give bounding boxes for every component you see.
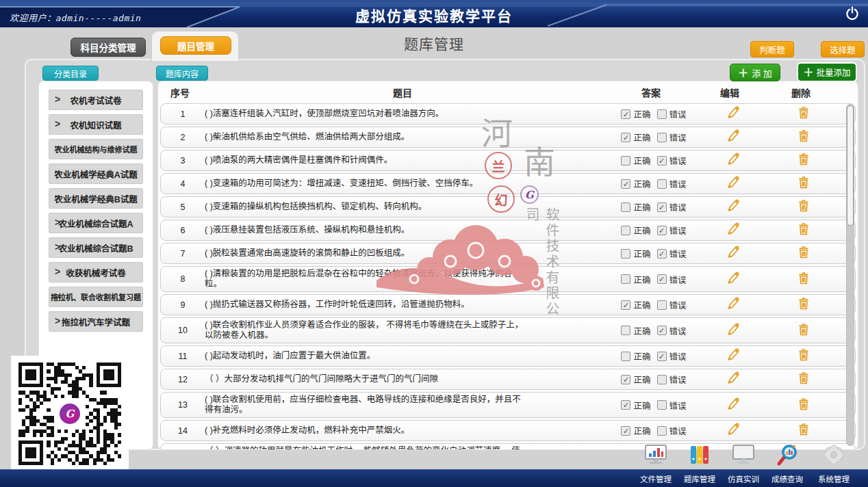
delete-trash-icon[interactable] xyxy=(797,176,810,189)
score-query-icon xyxy=(776,445,798,466)
correct-checkbox[interactable]: ✓ xyxy=(621,400,630,410)
delete-trash-icon[interactable] xyxy=(797,106,810,119)
edit-pencil-icon[interactable] xyxy=(726,246,739,259)
tab-subject-category-manage[interactable]: 科目分类管理 xyxy=(71,38,146,57)
sidebar-item[interactable]: >收获机械考试卷 xyxy=(49,262,143,282)
correct-checkbox[interactable] xyxy=(621,326,630,335)
sidebar-item[interactable]: >农业机械学经典B试题 xyxy=(49,188,143,209)
wrong-checkbox[interactable] xyxy=(657,109,667,119)
sidebar-item[interactable]: >农业机械学经典A试题 xyxy=(49,163,143,184)
correct-checkbox[interactable] xyxy=(621,202,630,212)
delete-trash-icon[interactable] xyxy=(797,348,810,361)
sidebar-item[interactable]: >农业机械结构与维修试题 xyxy=(49,139,143,159)
delete-trash-icon[interactable] xyxy=(797,272,810,285)
edit-pencil-icon[interactable] xyxy=(726,371,739,384)
sidebar-item-label: 收获机械考试卷 xyxy=(66,266,126,279)
row-edit-cell xyxy=(702,371,763,387)
wrong-checkbox[interactable]: ✓ xyxy=(657,202,667,212)
wrong-option: 错误 xyxy=(657,399,687,412)
edit-pencil-icon[interactable] xyxy=(726,199,739,212)
delete-trash-icon[interactable] xyxy=(797,423,810,436)
edit-pencil-icon[interactable] xyxy=(726,323,739,336)
sidebar-item[interactable]: >农业机械综合试题B xyxy=(49,237,143,258)
batch-add-button[interactable]: ＋ 批量添加 xyxy=(797,62,857,82)
edit-pencil-icon[interactable] xyxy=(726,106,739,119)
correct-checkbox[interactable]: ✓ xyxy=(621,375,630,384)
wrong-checkbox[interactable]: ✓ xyxy=(657,352,667,361)
sidebar-item[interactable]: >拖拉机、联合收割机复习题 xyxy=(49,287,143,307)
nav-question-bank-manage[interactable]: 题库管理 xyxy=(678,445,722,486)
correct-option: ✓正确 xyxy=(621,424,650,437)
row-question-text: ( )变速箱的操纵机构包括换挡机构、锁定机构、转向机构。 xyxy=(205,202,606,212)
row-question-text: ( )起动发动机时，油门应置于最大供油位置。 xyxy=(205,351,606,361)
nav-simulation-training[interactable]: 仿真实训 xyxy=(722,445,765,486)
correct-checkbox[interactable] xyxy=(621,274,630,284)
correct-checkbox[interactable]: ✓ xyxy=(621,426,630,436)
correct-checkbox[interactable] xyxy=(621,156,630,166)
row-delete-cell xyxy=(763,397,844,413)
sidebar-item-label: 拖拉机、联合收割机复习题 xyxy=(51,291,141,302)
row-seq: 2 xyxy=(161,133,205,142)
delete-trash-icon[interactable] xyxy=(797,297,810,310)
bank-content-button[interactable]: 题库内容 xyxy=(156,66,208,81)
edit-pencil-icon[interactable] xyxy=(726,222,739,235)
nav-system-manage[interactable]: 系统管理 xyxy=(812,445,856,486)
row-delete-cell xyxy=(763,246,844,261)
delete-trash-icon[interactable] xyxy=(797,323,810,336)
delete-trash-icon[interactable] xyxy=(797,153,810,166)
judge-question-button[interactable]: 判断题 xyxy=(750,41,794,57)
wrong-checkbox[interactable] xyxy=(657,375,667,384)
sidebar-item[interactable]: >农机考试试卷 xyxy=(49,90,143,110)
delete-trash-icon[interactable] xyxy=(797,371,810,384)
wrong-checkbox[interactable]: ✓ xyxy=(657,326,667,335)
correct-checkbox[interactable] xyxy=(621,352,630,361)
correct-checkbox[interactable]: ✓ xyxy=(621,179,630,189)
wrong-checkbox[interactable] xyxy=(657,300,667,310)
wrong-checkbox[interactable]: ✓ xyxy=(657,249,667,259)
tab-question-manage[interactable]: 题目管理 xyxy=(160,36,231,55)
nav-score-query[interactable]: 成绩查询 xyxy=(765,445,809,486)
wrong-option: 错误 xyxy=(657,424,687,437)
wrong-checkbox[interactable] xyxy=(657,400,667,410)
add-button[interactable]: ＋ 添 加 xyxy=(730,64,780,81)
wrong-checkbox[interactable]: ✓ xyxy=(657,226,667,235)
choice-question-button[interactable]: 选择题 xyxy=(821,41,865,57)
delete-trash-icon[interactable] xyxy=(797,246,810,259)
table-scrollbar-track[interactable] xyxy=(846,104,854,446)
delete-trash-icon[interactable] xyxy=(797,129,810,142)
wrong-checkbox[interactable] xyxy=(657,179,667,189)
wrong-checkbox[interactable] xyxy=(657,426,667,436)
row-question-text: （ ）大部分发动机排气门的气门间隙略大于进气门的气门间隙 xyxy=(205,374,606,384)
correct-checkbox[interactable] xyxy=(621,249,630,259)
sidebar-item[interactable]: >农业机械综合试题A xyxy=(49,213,143,233)
edit-pencil-icon[interactable] xyxy=(726,297,739,310)
edit-pencil-icon[interactable] xyxy=(726,176,739,189)
edit-pencil-icon[interactable] xyxy=(726,348,739,361)
chevron-right-icon: > xyxy=(55,94,60,105)
row-answer-cell: 正确✓错误 xyxy=(606,247,702,260)
edit-pencil-icon[interactable] xyxy=(726,272,739,285)
edit-pencil-icon[interactable] xyxy=(726,423,739,436)
sidebar-item-label: 农业机械结构与维修试题 xyxy=(55,144,138,155)
correct-checkbox[interactable] xyxy=(621,226,630,235)
wrong-checkbox[interactable]: ✓ xyxy=(657,156,667,166)
edit-pencil-icon[interactable] xyxy=(726,397,739,410)
table-scrollbar-thumb[interactable] xyxy=(847,105,854,226)
wrong-checkbox[interactable] xyxy=(657,133,667,142)
wrong-checkbox[interactable]: ✓ xyxy=(657,274,667,284)
sidebar-item[interactable]: >拖拉机汽车学试题 xyxy=(49,311,143,332)
correct-checkbox[interactable]: ✓ xyxy=(621,133,630,142)
category-directory-button[interactable]: 分类目录 xyxy=(42,66,99,81)
edit-pencil-icon[interactable] xyxy=(726,153,739,166)
correct-checkbox[interactable]: ✓ xyxy=(621,300,630,310)
delete-trash-icon[interactable] xyxy=(797,397,810,410)
row-seq: 6 xyxy=(161,226,205,235)
delete-trash-icon[interactable] xyxy=(797,199,810,212)
delete-trash-icon[interactable] xyxy=(797,222,810,235)
nav-file-manage[interactable]: 文件管理 xyxy=(634,445,678,486)
power-icon[interactable] xyxy=(845,6,860,21)
edit-pencil-icon[interactable] xyxy=(726,129,739,142)
sidebar-item[interactable]: >农机知识试题 xyxy=(49,114,143,135)
wrong-option: 错误 xyxy=(657,131,687,144)
correct-checkbox[interactable]: ✓ xyxy=(621,109,630,119)
